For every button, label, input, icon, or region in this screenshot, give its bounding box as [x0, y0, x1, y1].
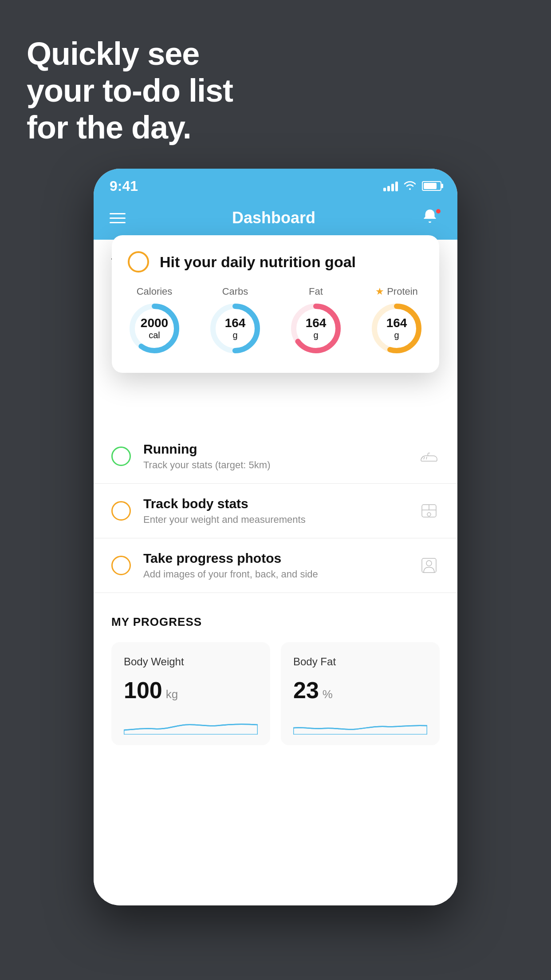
calories-unit: cal [149, 330, 160, 340]
body-fat-value: 23 [293, 677, 319, 703]
nutrition-card-header: Hit your daily nutrition goal [128, 251, 423, 273]
calories-value: 2000 [141, 316, 168, 330]
nutrition-checkbox[interactable] [128, 251, 149, 273]
notification-dot [435, 208, 441, 214]
body-fat-card[interactable]: Body Fat 23 % [281, 642, 440, 745]
body-stats-checkbox[interactable] [111, 501, 131, 521]
protein-label-row: ★ Protein [375, 286, 418, 297]
carbs-value: 164 [225, 316, 246, 330]
nutrition-calories: Calories 2000 cal [128, 286, 181, 355]
protein-unit: g [394, 330, 399, 340]
body-weight-card[interactable]: Body Weight 100 kg [111, 642, 270, 745]
progress-cards: Body Weight 100 kg Body Fat [111, 642, 440, 745]
photos-checkbox[interactable] [111, 556, 131, 575]
progress-section-title: MY PROGRESS [111, 615, 440, 629]
notification-bell-button[interactable] [422, 208, 441, 228]
protein-value: 164 [386, 316, 407, 330]
calories-label: Calories [137, 286, 173, 297]
app-header: Dashboard [94, 200, 457, 240]
phone-screen: 9:41 [94, 169, 457, 905]
body-weight-unit: kg [166, 688, 178, 701]
photos-title: Take progress photos [143, 551, 406, 566]
signal-icon [383, 181, 398, 191]
protein-label: Protein [387, 286, 418, 297]
nutrition-carbs: Carbs 164 g [209, 286, 262, 355]
fat-donut: 164 g [289, 302, 342, 355]
phone-mockup: 9:41 [94, 169, 457, 905]
main-content: THINGS TO DO TODAY Hit your daily nutrit… [94, 240, 457, 905]
body-fat-unit: % [323, 688, 333, 701]
fat-value: 164 [306, 316, 327, 330]
body-fat-chart [293, 712, 427, 735]
nutrition-card: Hit your daily nutrition goal Calories [112, 235, 439, 373]
battery-icon [422, 181, 441, 191]
svg-point-13 [426, 561, 432, 566]
photos-subtitle: Add images of your front, back, and side [143, 569, 406, 580]
body-stats-title: Track body stats [143, 496, 406, 511]
wifi-icon [403, 179, 417, 193]
status-bar: 9:41 [94, 169, 457, 200]
headline-line1: Quickly see [27, 36, 199, 71]
svg-point-11 [427, 513, 431, 516]
carbs-donut: 164 g [209, 302, 262, 355]
photos-text: Take progress photos Add images of your … [143, 551, 406, 580]
body-weight-chart [124, 712, 258, 735]
headline-line3: for the day. [27, 110, 191, 145]
scale-icon [418, 500, 440, 522]
body-weight-card-title: Body Weight [124, 656, 258, 668]
nutrition-card-title: Hit your daily nutrition goal [160, 253, 356, 271]
body-weight-value-row: 100 kg [124, 677, 258, 703]
running-checkbox[interactable] [111, 447, 131, 466]
calories-donut: 2000 cal [128, 302, 181, 355]
nutrition-protein: ★ Protein 164 g [370, 286, 423, 355]
status-icons [383, 179, 441, 193]
body-fat-card-title: Body Fat [293, 656, 427, 668]
running-title: Running [143, 442, 406, 457]
fat-label: Fat [309, 286, 323, 297]
headline-line2: your to-do list [27, 73, 233, 108]
shoe-icon [418, 446, 440, 467]
body-stats-subtitle: Enter your weight and measurements [143, 514, 406, 526]
todo-body-stats[interactable]: Track body stats Enter your weight and m… [94, 484, 457, 538]
nutrition-circles: Calories 2000 cal [128, 286, 423, 355]
header-title: Dashboard [232, 209, 315, 227]
body-stats-text: Track body stats Enter your weight and m… [143, 496, 406, 526]
status-time: 9:41 [110, 178, 138, 194]
menu-button[interactable] [110, 213, 126, 223]
body-weight-value: 100 [124, 677, 162, 703]
headline: Quickly see your to-do list for the day. [27, 36, 233, 146]
running-subtitle: Track your stats (target: 5km) [143, 459, 406, 471]
person-icon [418, 555, 440, 576]
todo-running[interactable]: Running Track your stats (target: 5km) [94, 429, 457, 484]
body-fat-value-row: 23 % [293, 677, 427, 703]
star-icon: ★ [375, 286, 384, 297]
protein-donut: 164 g [370, 302, 423, 355]
fat-unit: g [313, 330, 318, 340]
todo-progress-photos[interactable]: Take progress photos Add images of your … [94, 538, 457, 593]
carbs-unit: g [232, 330, 237, 340]
nutrition-fat: Fat 164 g [289, 286, 342, 355]
progress-section: MY PROGRESS Body Weight 100 kg [94, 593, 457, 763]
carbs-label: Carbs [222, 286, 248, 297]
running-text: Running Track your stats (target: 5km) [143, 442, 406, 471]
